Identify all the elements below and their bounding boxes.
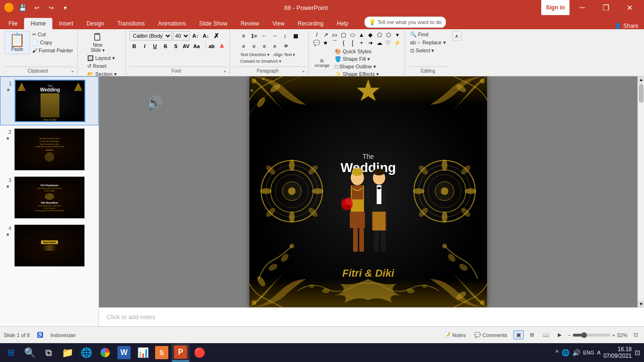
taskbar-powerpoint[interactable]: P <box>172 344 190 362</box>
tab-home[interactable]: Home <box>24 18 52 29</box>
quick-undo[interactable]: ↩ <box>31 2 42 13</box>
taskbar-unknown2[interactable]: 🔴 <box>190 344 208 362</box>
canvas-vscrollbar[interactable]: ▲ ▼ <box>637 76 644 307</box>
highlight-button[interactable]: ab <box>207 41 216 51</box>
shape-cloud[interactable]: ☁ <box>375 39 384 47</box>
convert-smartart-button[interactable]: Convert to SmartArt ▾ <box>239 58 283 64</box>
layout-button[interactable]: 🔲 Layout ▾ <box>86 55 116 62</box>
shape-heart[interactable]: ♡ <box>384 39 393 47</box>
text-dir-button[interactable]: ⟳ <box>281 41 292 51</box>
reset-button[interactable]: ↺ Reset <box>86 63 108 70</box>
find-button[interactable]: 🔍 Find <box>409 31 429 38</box>
taskbar-edge[interactable]: 🌐 <box>77 344 95 362</box>
taskbar-sheets[interactable]: 📊 <box>134 344 152 362</box>
scroll-up-button[interactable]: ▲ <box>638 76 644 83</box>
tab-review[interactable]: Review <box>234 18 265 29</box>
font-grow-button[interactable]: A↑ <box>191 31 200 41</box>
ime-icon[interactable]: A <box>597 350 601 355</box>
slide-sorter-button[interactable]: ⊞ <box>528 331 537 339</box>
paragraph-expand[interactable]: ⌄ <box>302 68 305 73</box>
format-painter-button[interactable]: 🖌 Format Painter <box>31 47 74 54</box>
font-shrink-button[interactable]: A↓ <box>201 31 211 41</box>
comments-button[interactable]: 💬 Comments <box>472 331 510 339</box>
new-slide-button[interactable]: 🗒 New Slide ▾ <box>86 31 109 54</box>
slide-thumb-4[interactable]: 4 ★ Akad Nikah <box>0 222 99 270</box>
quick-styles-button[interactable]: 🎨 Quick Styles <box>333 48 380 55</box>
replace-button[interactable]: ab→ Replace ▾ <box>409 39 447 46</box>
slide-show-button[interactable]: ▶ <box>555 331 564 339</box>
shape-arrow[interactable]: ↗ <box>322 31 330 39</box>
tab-recording[interactable]: Recording <box>291 18 330 29</box>
minimize-button[interactable]: ─ <box>571 0 593 15</box>
taskbar-search[interactable]: 🔍 <box>21 344 39 362</box>
tab-design[interactable]: Design <box>80 18 110 29</box>
shape-outline-button[interactable]: □ Shape Outline ▾ <box>333 63 380 70</box>
notification-icon[interactable]: ⊡ <box>635 349 640 356</box>
taskbar-unknown1[interactable]: S <box>153 344 171 362</box>
increase-indent-button[interactable]: → <box>270 31 280 41</box>
slide-thumb-3[interactable]: 3 ★ Fitri Puspitasari Putri Kedua Kol. D… <box>0 173 99 222</box>
shape-arc[interactable]: ⌒ <box>330 39 339 47</box>
center-button[interactable]: ≡ <box>249 41 259 51</box>
sign-in-button[interactable]: Sign in <box>541 0 570 15</box>
shape-lightning[interactable]: ⚡ <box>393 39 402 47</box>
tell-me-box[interactable]: 💡 Tell me what you want to do <box>364 16 446 28</box>
volume-icon[interactable]: 🔊 <box>572 349 580 356</box>
zoom-slider-thumb[interactable] <box>581 332 587 338</box>
slide-thumb-1[interactable]: 1 ★ The Wedding Fitri & Diki <box>0 76 99 125</box>
tab-view[interactable]: View <box>266 18 291 29</box>
shape-right-arrow[interactable]: ➜ <box>366 39 375 47</box>
shape-round-rect[interactable]: ▢ <box>339 31 348 39</box>
shape-callout[interactable]: 💬 <box>313 39 321 47</box>
char-spacing-button[interactable]: AV <box>182 41 191 51</box>
text-direction-button[interactable]: Text Direction ▾ <box>239 52 271 58</box>
underline-button[interactable]: U <box>150 41 160 51</box>
italic-button[interactable]: I <box>140 41 149 51</box>
copy-button[interactable]: 📄 Copy <box>31 39 74 46</box>
shape-oval[interactable]: ⬭ <box>348 31 357 39</box>
taskbar-explorer[interactable]: 📁 <box>58 344 76 362</box>
network-icon[interactable]: 🌐 <box>561 349 570 356</box>
taskbar-start[interactable]: ⊞ <box>2 344 20 362</box>
taskbar-taskview[interactable]: ⧉ <box>40 344 58 362</box>
shape-bracket[interactable]: [ <box>348 39 357 47</box>
taskbar-word[interactable]: W <box>115 344 133 362</box>
canvas-area[interactable]: 🔊 <box>99 76 637 307</box>
decrease-indent-button[interactable]: ← <box>260 31 269 41</box>
align-text-button[interactable]: Align Text ▾ <box>272 52 297 58</box>
shape-rect[interactable]: ▭ <box>330 31 339 39</box>
slide-canvas[interactable]: The Wedding <box>249 76 487 307</box>
bold-button[interactable]: B <box>130 41 139 51</box>
paste-button[interactable]: 📋 Paste <box>5 31 30 54</box>
tab-file[interactable]: File <box>2 18 24 29</box>
bullets-button[interactable]: ≡ <box>239 31 248 41</box>
justify-button[interactable]: ≡ <box>270 41 280 51</box>
align-right-button[interactable]: ≡ <box>260 41 269 51</box>
shapes-more[interactable]: ▾ <box>393 31 402 39</box>
strikethrough-button[interactable]: S <box>161 41 170 51</box>
scroll-down-button[interactable]: ▼ <box>638 301 644 307</box>
taskbar-chrome[interactable] <box>96 344 114 362</box>
collapse-ribbon-button[interactable]: ∧ <box>452 31 462 41</box>
zoom-out-button[interactable]: − <box>568 332 570 338</box>
zoom-in-button[interactable]: + <box>612 332 615 338</box>
close-button[interactable]: ✕ <box>619 0 640 15</box>
shape-pentagon[interactable]: ⬠ <box>375 31 384 39</box>
cut-button[interactable]: ✂ Cut <box>31 31 74 38</box>
quick-save[interactable]: 💾 <box>17 2 28 13</box>
clipboard-expand[interactable]: ⌄ <box>71 68 74 73</box>
font-size-select[interactable]: 40 <box>173 31 190 41</box>
change-case-button[interactable]: Aa <box>192 41 201 51</box>
tab-insert[interactable]: Insert <box>52 18 80 29</box>
shape-plus[interactable]: + <box>357 39 366 47</box>
text-shadow-button[interactable]: S <box>171 41 181 51</box>
font-color-button[interactable]: A <box>217 41 227 51</box>
reading-view-button[interactable]: 📖 <box>540 331 552 339</box>
share-button[interactable]: 👤 Share <box>609 23 644 29</box>
shape-triangle[interactable]: ▲ <box>357 31 366 39</box>
zoom-fit-button[interactable]: ⊡ <box>631 331 640 339</box>
tab-animations[interactable]: Animations <box>151 18 192 29</box>
align-left-button[interactable]: ≡ <box>239 41 248 51</box>
keyboard-icon[interactable]: ENG <box>583 350 594 355</box>
accessibility-button[interactable]: ♿ <box>34 331 46 339</box>
